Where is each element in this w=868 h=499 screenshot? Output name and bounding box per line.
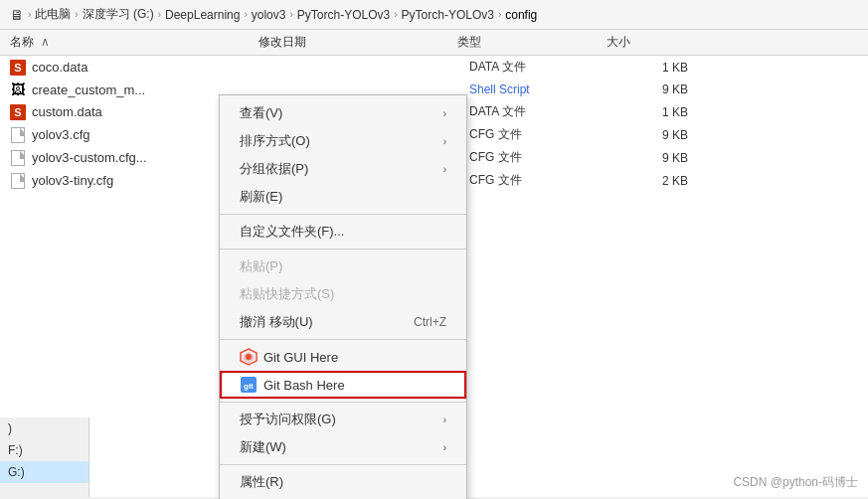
file-icon-yolov3 [8, 127, 28, 143]
git-bash-icon: git [240, 376, 258, 394]
table-row[interactable]: S coco.data DATA 文件 1 KB [0, 56, 868, 79]
breadcrumb-item-2[interactable]: DeepLearning [165, 8, 240, 22]
file-icon-custom: S [8, 104, 28, 120]
breadcrumb-pc-icon: 🖥 [10, 7, 24, 23]
git-gui-label-group: Git GUI Here [240, 348, 338, 366]
file-explorer: 名称 ∧ 修改日期 类型 大小 S coco.data DATA 文件 1 KB… [0, 30, 868, 497]
menu-label-properties: 属性(R) [240, 473, 283, 491]
breadcrumb-item-5[interactable]: PyTorch-YOLOv3 [402, 8, 494, 22]
menu-label-view: 查看(V) [240, 104, 282, 122]
menu-item-group[interactable]: 分组依据(P) › [220, 155, 466, 183]
breadcrumb-sep-2: › [158, 9, 161, 20]
menu-label-access: 授予访问权限(G) [240, 411, 336, 428]
breadcrumb-item-4[interactable]: PyTorch-YOLOv3 [297, 8, 390, 22]
context-menu: 查看(V) › 排序方式(O) › 分组依据(P) › 刷新(E) 自定义文件夹… [219, 94, 467, 499]
file-size-yolov3-tiny: 2 KB [618, 174, 698, 188]
menu-label-paste: 粘贴(P) [240, 257, 282, 275]
left-panel: ) F:) G:) [0, 417, 89, 497]
left-panel-item-1[interactable]: F:) [0, 439, 88, 461]
col-header-date[interactable]: 修改日期 [259, 34, 457, 51]
column-headers: 名称 ∧ 修改日期 类型 大小 [0, 30, 868, 56]
svg-text:git: git [244, 382, 254, 391]
menu-separator-3 [220, 339, 466, 340]
menu-item-access[interactable]: 授予访问权限(G) › [220, 406, 466, 433]
menu-label-paste-shortcut: 粘贴快捷方式(S) [240, 285, 334, 303]
file-type-custom: DATA 文件 [469, 103, 618, 120]
breadcrumb-item-1[interactable]: 深度学习 (G:) [83, 6, 154, 23]
submenu-arrow-access: › [443, 415, 446, 425]
menu-item-customize[interactable]: 自定义文件夹(F)... [220, 218, 466, 246]
menu-item-sort[interactable]: 排序方式(O) › [220, 127, 466, 155]
menu-label-customize: 自定义文件夹(F)... [240, 223, 344, 241]
sort-arrow-icon: ∧ [41, 35, 50, 49]
csdn-watermark: CSDN @python-码博士 [733, 474, 858, 491]
breadcrumb-sep-3: › [244, 9, 247, 20]
file-icon-coco: S [8, 60, 28, 76]
file-icon-yolov3-custom [8, 150, 28, 166]
menu-item-paste[interactable]: 粘贴(P) [220, 252, 466, 280]
menu-item-git-bash[interactable]: git Git Bash Here [220, 371, 466, 399]
menu-item-paste-shortcut[interactable]: 粘贴快捷方式(S) [220, 280, 466, 308]
menu-item-properties[interactable]: 属性(R) [220, 468, 466, 496]
menu-separator-1 [220, 214, 466, 215]
submenu-arrow-sort: › [443, 136, 446, 147]
menu-item-git-gui[interactable]: Git GUI Here [220, 343, 466, 371]
breadcrumb-sep-0: › [28, 9, 31, 20]
file-size-create: 9 KB [618, 83, 698, 96]
file-icon-yolov3-tiny [8, 173, 28, 189]
left-panel-item-2[interactable]: G:) [0, 461, 88, 483]
file-size-custom: 1 KB [618, 105, 698, 119]
git-bash-label-group: git Git Bash Here [240, 376, 345, 394]
menu-label-refresh: 刷新(E) [240, 188, 282, 206]
breadcrumb-sep-5: › [394, 9, 397, 20]
submenu-arrow-view: › [443, 108, 446, 119]
git-gui-icon [240, 348, 258, 366]
menu-label-undo: 撤消 移动(U) [240, 313, 313, 331]
left-panel-item-0[interactable]: ) [0, 417, 88, 439]
menu-item-view[interactable]: 查看(V) › [220, 99, 466, 127]
col-header-type[interactable]: 类型 [457, 34, 607, 51]
menu-label-group: 分组依据(P) [240, 160, 308, 178]
col-header-name[interactable]: 名称 ∧ [0, 34, 259, 51]
menu-item-undo[interactable]: 撤消 移动(U) Ctrl+Z [220, 308, 466, 336]
breadcrumb-item-6[interactable]: config [505, 8, 537, 22]
breadcrumb-sep-6: › [498, 9, 501, 20]
file-size-coco: 1 KB [618, 61, 698, 75]
file-type-create: Shell Script [469, 83, 618, 96]
file-type-yolov3-tiny: CFG 文件 [469, 172, 618, 189]
breadcrumb-sep-1: › [75, 9, 78, 20]
menu-item-refresh[interactable]: 刷新(E) [220, 183, 466, 211]
breadcrumb-item-3[interactable]: yolov3 [252, 8, 286, 22]
menu-separator-2 [220, 249, 466, 250]
col-header-size[interactable]: 大小 [607, 34, 686, 51]
breadcrumb: 🖥 › 此电脑 › 深度学习 (G:) › DeepLearning › yol… [0, 0, 868, 30]
menu-separator-4 [220, 402, 466, 403]
file-type-yolov3-custom: CFG 文件 [469, 149, 618, 166]
file-icon-create: 🖼 [8, 82, 28, 97]
menu-shortcut-undo: Ctrl+Z [414, 315, 446, 329]
breadcrumb-sep-4: › [289, 9, 292, 20]
menu-label-new: 新建(W) [240, 438, 286, 456]
submenu-arrow-new: › [443, 442, 446, 453]
breadcrumb-item-0[interactable]: 此电脑 [35, 6, 71, 23]
file-size-yolov3-custom: 9 KB [618, 151, 698, 165]
file-name-coco: coco.data [32, 60, 270, 75]
file-type-coco: DATA 文件 [469, 59, 618, 76]
menu-label-sort: 排序方式(O) [240, 132, 310, 150]
file-size-yolov3: 9 KB [618, 128, 698, 142]
submenu-arrow-group: › [443, 164, 446, 175]
svg-point-2 [246, 354, 252, 360]
menu-separator-5 [220, 464, 466, 465]
menu-item-new[interactable]: 新建(W) › [220, 433, 466, 461]
file-type-yolov3: CFG 文件 [469, 126, 618, 143]
